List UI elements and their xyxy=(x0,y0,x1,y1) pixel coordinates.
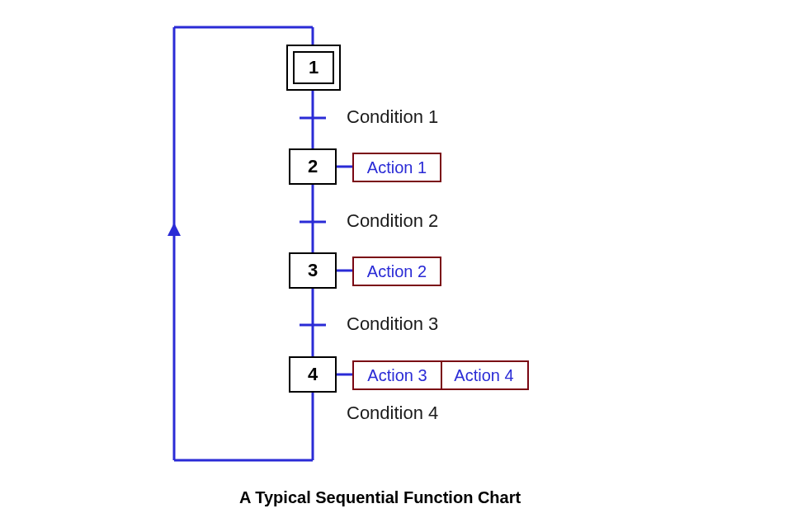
action-2-label: Action 2 xyxy=(367,262,427,281)
step-3: 3 xyxy=(289,252,337,289)
svg-marker-4 xyxy=(168,223,181,236)
condition-1: Condition 1 xyxy=(347,106,438,128)
condition-4: Condition 4 xyxy=(347,403,438,424)
action-3-label: Action 3 xyxy=(367,366,427,385)
step-4-label: 4 xyxy=(308,365,318,384)
diagram-caption: A Typical Sequential Function Chart xyxy=(239,488,521,507)
step-2: 2 xyxy=(289,148,337,185)
step-2-label: 2 xyxy=(308,158,318,176)
step-1: 1 xyxy=(293,51,334,84)
action-3-4: Action 3 Action 4 xyxy=(352,360,529,390)
action-2: Action 2 xyxy=(352,257,441,286)
step-3-label: 3 xyxy=(308,261,318,280)
condition-3: Condition 3 xyxy=(347,313,438,335)
step-4: 4 xyxy=(289,356,337,393)
action-1: Action 1 xyxy=(352,153,441,182)
action-divider xyxy=(441,362,442,388)
step-1-label: 1 xyxy=(309,59,319,77)
sfc-diagram: 1 2 Action 1 3 Action 2 4 Action 3 Actio… xyxy=(0,0,788,532)
action-4-label: Action 4 xyxy=(454,366,513,385)
condition-2: Condition 2 xyxy=(347,210,438,232)
action-1-label: Action 1 xyxy=(367,158,427,177)
